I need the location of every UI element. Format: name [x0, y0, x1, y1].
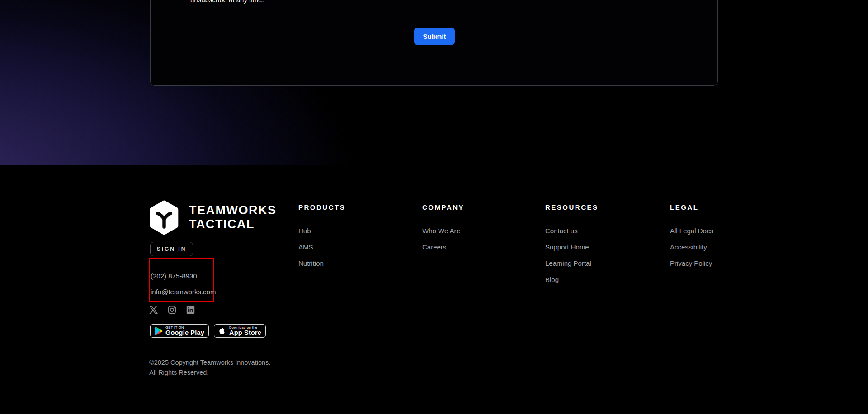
footer-link-blog[interactable]: Blog	[545, 276, 599, 283]
brand-logo[interactable]: TEAMWORKS TACTICAL	[149, 200, 179, 237]
footer-column-products: PRODUCTS Hub AMS Nutrition	[298, 204, 345, 276]
newsletter-card: unsubscribe at any time. Submit	[150, 0, 718, 86]
footer-column-legal: LEGAL All Legal Docs Accessibility Priva…	[670, 204, 713, 276]
phone-link[interactable]: (202) 875-8930	[151, 273, 197, 279]
apple-icon	[218, 326, 226, 336]
social-links	[149, 306, 195, 314]
footer-link-who-we-are[interactable]: Who We Are	[422, 227, 464, 234]
sign-in-button[interactable]: SIGN IN	[150, 242, 193, 256]
app-store-badges: GET IT ON Google Play Download on the Ap…	[150, 324, 266, 338]
footer-link-support-home[interactable]: Support Home	[545, 244, 599, 250]
column-title-resources: RESOURCES	[545, 204, 599, 211]
footer-link-learning-portal[interactable]: Learning Portal	[545, 260, 599, 267]
brand-name: TEAMWORKS TACTICAL	[189, 203, 276, 231]
column-title-legal: LEGAL	[670, 204, 713, 211]
footer-column-company: COMPANY Who We Are Careers	[422, 204, 464, 260]
app-store-label: App Store	[229, 329, 261, 336]
page: unsubscribe at any time. Submit TEAMWORK…	[0, 0, 868, 414]
column-title-company: COMPANY	[422, 204, 464, 211]
footer-column-resources: RESOURCES Contact us Support Home Learni…	[545, 204, 599, 292]
linkedin-icon[interactable]	[186, 306, 195, 314]
email-link[interactable]: info@teamworks.com	[151, 288, 216, 295]
instagram-icon[interactable]	[168, 306, 176, 314]
site-footer: TEAMWORKS TACTICAL SIGN IN (202) 875-893…	[0, 165, 868, 414]
footer-link-ams[interactable]: AMS	[298, 244, 345, 250]
app-store-badge[interactable]: Download on the App Store	[214, 324, 266, 338]
x-twitter-icon[interactable]	[149, 306, 158, 314]
submit-button[interactable]: Submit	[414, 28, 455, 45]
column-title-products: PRODUCTS	[298, 204, 345, 211]
newsletter-section: unsubscribe at any time. Submit	[0, 0, 868, 165]
google-play-icon	[154, 326, 163, 336]
footer-link-contact-us[interactable]: Contact us	[545, 227, 599, 234]
unsubscribe-disclaimer-text: unsubscribe at any time.	[190, 0, 264, 3]
footer-link-careers[interactable]: Careers	[422, 244, 464, 250]
footer-link-nutrition[interactable]: Nutrition	[298, 260, 345, 267]
footer-link-privacy-policy[interactable]: Privacy Policy	[670, 260, 713, 267]
footer-link-hub[interactable]: Hub	[298, 227, 345, 234]
annotation-highlight-box	[149, 258, 214, 302]
google-play-badge[interactable]: GET IT ON Google Play	[150, 324, 209, 338]
footer-link-all-legal-docs[interactable]: All Legal Docs	[670, 227, 713, 234]
hexagon-logo-icon	[149, 200, 179, 237]
google-play-label: Google Play	[165, 329, 204, 336]
copyright-text: ©2025 Copyright Teamworks Innovations. A…	[149, 358, 270, 377]
footer-link-accessibility[interactable]: Accessibility	[670, 244, 713, 250]
